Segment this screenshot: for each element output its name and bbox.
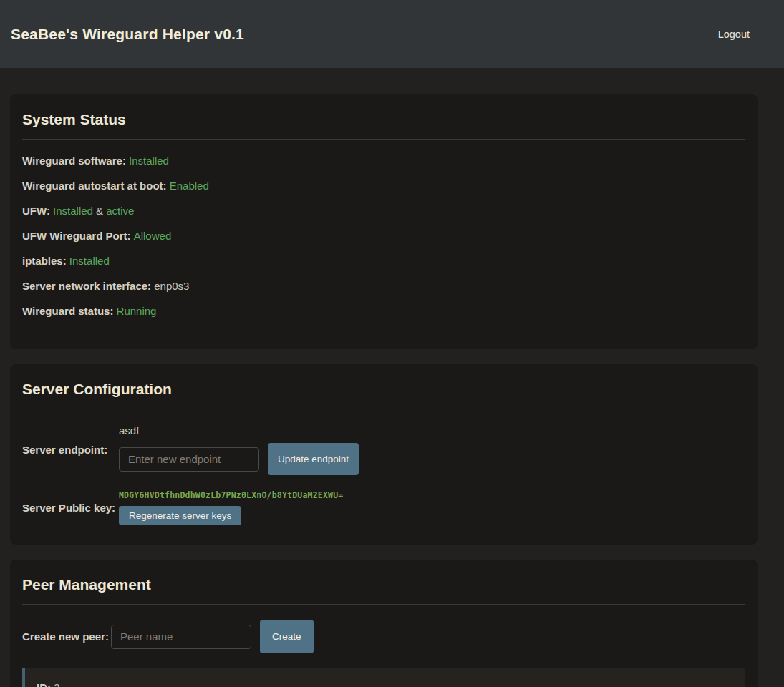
status-row-label: Wireguard software: bbox=[22, 155, 129, 167]
status-value: & bbox=[93, 205, 106, 217]
section-divider bbox=[22, 139, 745, 140]
status-value: Running bbox=[117, 305, 157, 317]
peer-line-label: ID: bbox=[37, 681, 54, 687]
update-endpoint-button[interactable]: Update endpoint bbox=[268, 443, 359, 475]
peer-name-input[interactable] bbox=[111, 625, 251, 649]
server-config-card: Server Configuration Server endpoint: as… bbox=[10, 364, 758, 545]
regenerate-server-keys-button[interactable]: Regenerate server keys bbox=[119, 506, 241, 525]
status-row: UFW Wireguard Port: Allowed bbox=[22, 230, 745, 242]
status-value: Enabled bbox=[170, 180, 209, 192]
status-row: UFW: Installed & active bbox=[22, 205, 745, 217]
status-value: Allowed bbox=[134, 230, 172, 242]
server-endpoint-current-value: asdf bbox=[119, 424, 359, 437]
system-status-title: System Status bbox=[22, 111, 745, 128]
system-status-card: System Status Wireguard software: Instal… bbox=[10, 94, 758, 349]
server-public-key-row: Server Public key: MDGY6HVDtfhnDdhW0zLb7… bbox=[22, 490, 745, 525]
status-row-label: Wireguard autostart at boot: bbox=[22, 180, 170, 192]
status-row: Wireguard status: Running bbox=[22, 305, 745, 317]
server-public-key-content: MDGY6HVDtfhnDdhW0zLb7PNz0LXnO/b8YtDUaM2E… bbox=[119, 490, 343, 525]
server-endpoint-label: Server endpoint: bbox=[22, 444, 119, 456]
logout-link[interactable]: Logout bbox=[718, 29, 750, 40]
status-row-label: UFW Wireguard Port: bbox=[22, 230, 134, 242]
status-rows: Wireguard software: InstalledWireguard a… bbox=[22, 155, 745, 317]
endpoint-input[interactable] bbox=[119, 447, 259, 472]
status-row-label: Wireguard status: bbox=[22, 305, 117, 317]
server-endpoint-content: asdf Update endpoint bbox=[119, 424, 359, 475]
status-row: Wireguard autostart at boot: Enabled bbox=[22, 180, 745, 192]
app-header: SeaBee's Wireguard Helper v0.1 Logout bbox=[0, 0, 784, 68]
status-value: Installed bbox=[69, 255, 110, 267]
peer-value: 2 bbox=[54, 681, 59, 687]
server-config-title: Server Configuration bbox=[22, 381, 745, 398]
server-endpoint-row: Server endpoint: asdf Update endpoint bbox=[22, 424, 745, 475]
status-value: enp0s3 bbox=[154, 280, 189, 292]
main-content: System Status Wireguard software: Instal… bbox=[10, 68, 758, 687]
status-value: Installed bbox=[129, 155, 169, 167]
peer-management-title: Peer Management bbox=[22, 576, 745, 593]
status-row-label: Server network interface: bbox=[22, 280, 154, 292]
create-peer-button[interactable]: Create bbox=[260, 620, 314, 653]
section-divider bbox=[22, 604, 745, 605]
status-row-label: UFW: bbox=[22, 205, 53, 217]
create-peer-label: Create new peer: bbox=[22, 630, 111, 643]
peer-line: ID: 2 bbox=[37, 681, 734, 687]
status-row: Server network interface: enp0s3 bbox=[22, 280, 745, 292]
peer-item: ID: 2Name: asdfPublic Key: ckyOHj5Bk8707… bbox=[22, 668, 745, 687]
peer-list: ID: 2Name: asdfPublic Key: ckyOHj5Bk8707… bbox=[22, 668, 745, 687]
server-public-key-value: MDGY6HVDtfhnDdhW0zLb7PNz0LXnO/b8YtDUaM2E… bbox=[119, 490, 343, 500]
status-row: iptables: Installed bbox=[22, 255, 745, 267]
status-value: active bbox=[106, 205, 134, 217]
create-peer-row: Create new peer: Create bbox=[22, 620, 745, 653]
app-title: SeaBee's Wireguard Helper v0.1 bbox=[11, 26, 244, 43]
server-public-key-label: Server Public key: bbox=[22, 502, 119, 514]
peer-management-card: Peer Management Create new peer: Create … bbox=[10, 560, 758, 687]
status-row-label: iptables: bbox=[22, 255, 69, 267]
section-divider bbox=[22, 409, 745, 409]
status-value: Installed bbox=[53, 205, 93, 217]
status-row: Wireguard software: Installed bbox=[22, 155, 745, 167]
